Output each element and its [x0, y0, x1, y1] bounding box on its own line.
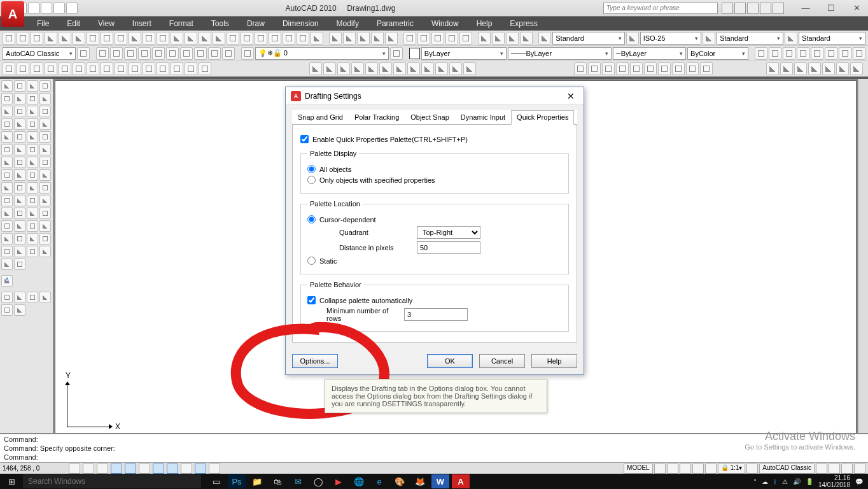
cons2-icon[interactable] [14, 292, 25, 303]
tool-area-icon[interactable] [343, 32, 356, 45]
tab-polar-tracking[interactable]: Polar Tracking [349, 110, 405, 124]
ucs-face-icon[interactable] [337, 62, 350, 75]
tool-save-icon[interactable] [31, 32, 43, 45]
osnap-mid-icon[interactable] [17, 62, 29, 75]
tool-redo-icon[interactable] [157, 32, 169, 45]
layer-unlock-icon[interactable] [194, 47, 207, 60]
layer-iso-icon[interactable] [124, 47, 137, 60]
dimrad-icon[interactable] [14, 208, 25, 219]
view-right-icon[interactable] [616, 62, 629, 75]
enable-qp-checkbox[interactable]: Enable Quick Properties Palette(CTRL+SHI… [300, 135, 569, 143]
dimali-icon[interactable] [27, 195, 38, 206]
tool-paste-icon[interactable] [115, 32, 127, 45]
color-dropdown[interactable]: ByLayer [421, 47, 507, 60]
arc-icon[interactable] [14, 93, 25, 104]
text-style-dropdown[interactable]: Standard [552, 32, 624, 45]
ann-scale-icon[interactable] [680, 464, 691, 474]
break-icon[interactable] [39, 169, 51, 181]
layer-mgr-icon[interactable] [96, 47, 109, 60]
linetype-dropdown[interactable]: ─── ByLayer [508, 47, 612, 60]
rotate-icon[interactable] [27, 157, 38, 168]
menu-express[interactable]: Express [501, 17, 546, 30]
menu-parametric[interactable]: Parametric [368, 17, 423, 30]
view-sw-icon[interactable] [658, 62, 671, 75]
motion-icon[interactable] [836, 62, 849, 75]
tool-cut-icon[interactable] [87, 32, 99, 45]
movies-icon[interactable]: ▶ [330, 474, 347, 488]
view-ne-icon[interactable] [686, 62, 699, 75]
layprop-icon[interactable] [241, 47, 254, 60]
tool-prop-icon[interactable] [227, 32, 239, 45]
qat-print-icon[interactable] [66, 3, 78, 14]
tool-plot-icon[interactable] [45, 32, 57, 45]
tool-undo-icon[interactable] [143, 32, 155, 45]
comm-center-icon[interactable] [747, 3, 759, 14]
tool-preview-icon[interactable] [59, 32, 71, 45]
hw-accel-icon[interactable] [829, 464, 840, 474]
insert-icon[interactable] [39, 106, 51, 117]
layer-lock-icon[interactable] [180, 47, 193, 60]
explode-icon[interactable] [1, 195, 13, 206]
dimang-icon[interactable] [1, 220, 13, 232]
menu-modify[interactable]: Modify [328, 17, 368, 30]
copyobj-icon[interactable] [14, 144, 25, 155]
ellarc-icon[interactable] [27, 106, 38, 117]
layer-dropdown[interactable]: 💡❄🔓 0 [255, 47, 389, 60]
mail-icon[interactable]: ✉ [289, 474, 307, 488]
tray-up-icon[interactable]: ˄ [753, 478, 757, 485]
view-back-icon[interactable] [644, 62, 657, 75]
tool-zoom-icon[interactable] [185, 32, 197, 45]
osnap-int-icon[interactable] [31, 62, 43, 75]
osnap-ins-icon[interactable] [143, 62, 155, 75]
word-icon[interactable]: W [431, 474, 449, 488]
table-style-dropdown[interactable]: Standard [717, 32, 783, 45]
specified-objects-input[interactable] [307, 176, 316, 184]
beditor-icon[interactable] [797, 47, 809, 60]
ml-style-dropdown[interactable]: Standard [799, 32, 865, 45]
minrows-input[interactable] [404, 308, 468, 321]
qp-toggle[interactable] [195, 464, 206, 474]
tool-match-icon[interactable] [129, 32, 141, 45]
grid-toggle[interactable] [83, 464, 94, 474]
scale-icon[interactable] [39, 157, 51, 168]
ucs-prev-icon[interactable] [323, 62, 336, 75]
rect-icon[interactable] [1, 93, 13, 104]
static-radio[interactable]: Static [307, 257, 562, 265]
menu-tools[interactable]: Tools [202, 17, 238, 30]
ins-block-icon[interactable] [755, 47, 767, 60]
dimed-icon[interactable] [27, 246, 38, 257]
ucs-world-icon[interactable] [309, 62, 322, 75]
region2-icon[interactable] [1, 131, 13, 143]
menu-view[interactable]: View [89, 17, 123, 30]
tool-dim3-icon[interactable] [506, 32, 519, 45]
view-left-icon[interactable] [602, 62, 615, 75]
fillet-icon[interactable] [39, 182, 51, 194]
snap-toggle[interactable] [69, 464, 80, 474]
lineweight-dropdown[interactable]: ─ ByLayer [613, 47, 686, 60]
dyn-toggle[interactable] [167, 464, 178, 474]
osnap-set-icon[interactable] [199, 62, 211, 75]
cancel-button[interactable]: Cancel [479, 354, 525, 368]
attsync-icon[interactable] [839, 47, 851, 60]
command-line[interactable]: Command: Command: Specify opposite corne… [0, 433, 868, 464]
tool-publish-icon[interactable] [73, 32, 85, 45]
tray-cloud-icon[interactable]: ☁ [762, 478, 768, 485]
dimlin2-icon[interactable] [14, 195, 25, 206]
tool-list-icon[interactable] [371, 32, 384, 45]
cursor-dependent-radio[interactable]: Cursor-dependent [307, 215, 562, 223]
osnap-toggle[interactable] [125, 464, 136, 474]
stretch-icon[interactable] [1, 169, 13, 181]
qat-redo-icon[interactable] [53, 3, 65, 14]
grad-icon[interactable] [39, 118, 51, 130]
ellipse-icon[interactable] [14, 106, 25, 117]
close-button[interactable]: ✕ [848, 3, 865, 13]
breakpt-icon[interactable] [1, 182, 13, 194]
menu-format[interactable]: Format [160, 17, 202, 30]
subscription-icon[interactable] [734, 3, 746, 14]
menu-dimension[interactable]: Dimension [274, 17, 328, 30]
view-se-icon[interactable] [672, 62, 685, 75]
osnap-none-icon[interactable] [185, 62, 197, 75]
attedit-icon[interactable] [825, 47, 837, 60]
make-block-icon[interactable] [769, 47, 781, 60]
photoshop-icon[interactable]: Ps [228, 474, 246, 488]
